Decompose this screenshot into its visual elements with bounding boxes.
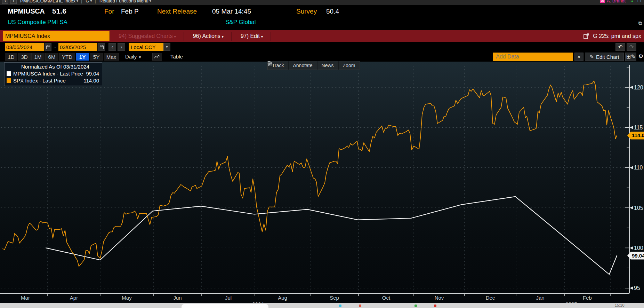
actions-menu[interactable]: 96) Actions▾: [193, 33, 224, 39]
edit-chart-button[interactable]: ✎Edit Chart: [585, 53, 624, 61]
end-date-input[interactable]: [58, 43, 97, 51]
user-name[interactable]: A. Brandt: [607, 0, 626, 3]
month-label: Sep: [330, 295, 339, 301]
y-axis-label: 115: [634, 125, 643, 131]
legend-label: SPX Index - Last Price: [13, 78, 66, 84]
y-axis-label: 110: [634, 165, 643, 171]
export-icon[interactable]: [583, 33, 589, 39]
survey-label: Survey: [296, 8, 317, 15]
related-functions-menu[interactable]: Related Functions Menu: [99, 0, 148, 3]
chevron-down-icon: ▾: [90, 0, 92, 3]
divider: [271, 32, 271, 41]
command-bar: 94) Suggested Charts▾ 96) Actions▾ 97) E…: [0, 30, 644, 42]
chart-settings-icon[interactable]: ⊞✎: [625, 53, 636, 61]
for-label: For: [104, 8, 114, 15]
month-label: Apr: [70, 295, 78, 301]
legend-item-pmi[interactable]: MPMIUSCA Index - Last Price 99.04: [7, 70, 99, 77]
price-chart[interactable]: MarAprMayJunJulAugSepOctNovDecJanFeb2024…: [0, 62, 644, 308]
prev-period-button[interactable]: ‹: [108, 43, 116, 51]
security-menu[interactable]: PMI\US\COM\ME\HE Index: [20, 0, 75, 3]
range-1y-selected[interactable]: 1Y: [76, 53, 89, 61]
separator: |: [95, 0, 96, 3]
taskbar-app-icon[interactable]: [339, 305, 341, 307]
annotate-button[interactable]: Annotate: [288, 61, 317, 70]
range-3d[interactable]: 3D: [18, 53, 31, 61]
separator: |: [81, 0, 82, 3]
month-label: Oct: [382, 295, 391, 301]
ticker: MPMIUSCA: [8, 7, 45, 15]
chevron-down-icon[interactable]: ▼: [163, 43, 170, 51]
month-label: May: [122, 295, 132, 301]
range-ytd[interactable]: YTD: [59, 53, 75, 61]
divider: [184, 32, 184, 41]
month-label: Nov: [435, 295, 444, 301]
spx-series-swatch: [7, 78, 11, 83]
range-toolbar: 1D 3D 1M 6M YTD 1Y 5Y Max Daily ▼ Table …: [0, 52, 644, 62]
message-envelope-icon[interactable]: ✉: [600, 0, 605, 3]
chart-area[interactable]: MarAprMayJunJulAugSepOctNovDecJanFeb2024…: [0, 62, 644, 308]
taskbar-edge: 15:10: [0, 303, 644, 308]
chevron-down-icon: ▾: [222, 35, 224, 39]
month-label: Jun: [173, 295, 182, 301]
popout-icon[interactable]: ⧉: [638, 20, 642, 26]
transfer-arrows-icon[interactable]: ⇅: [630, 0, 633, 3]
chart-background: [0, 62, 644, 308]
start-date-input[interactable]: [5, 43, 44, 51]
chevron-down-icon: ▾: [150, 0, 151, 3]
back-button[interactable]: ‹: [2, 0, 8, 4]
edit-menu[interactable]: 97) Edit▾: [241, 33, 263, 39]
taskbar-app-icon[interactable]: [414, 305, 417, 307]
range-5y[interactable]: 5Y: [90, 53, 103, 61]
security-description: US Composite PMI SA: [8, 19, 67, 26]
redo-button[interactable]: ↷: [627, 43, 636, 51]
security-header: MPMIUSCA 51.6 For Feb P Next Release 05 …: [0, 5, 644, 30]
zoom-button[interactable]: Zoom: [338, 61, 360, 70]
currency-select[interactable]: [129, 43, 163, 51]
add-data-input[interactable]: [493, 53, 573, 61]
forward-button[interactable]: ›: [10, 0, 17, 4]
chevron-down-icon: ▾: [174, 35, 176, 39]
news-button[interactable]: News: [317, 61, 338, 70]
chart-legend: Normalized As Of 03/31/2024 MPMIUSCA Ind…: [4, 62, 102, 86]
last-value: 51.6: [52, 7, 66, 15]
y-axis-label: 105: [634, 205, 643, 211]
panel-icon[interactable]: ❐: [637, 0, 641, 3]
suggested-charts-menu[interactable]: 94) Suggested Charts▾: [119, 33, 176, 39]
taskbar-window-pill[interactable]: [182, 304, 268, 308]
taskbar-app-icon[interactable]: [359, 305, 361, 307]
undo-button[interactable]: ↶: [615, 43, 625, 51]
calendar-icon[interactable]: [98, 43, 105, 51]
collapse-button[interactable]: «: [574, 53, 583, 61]
survey-value: 50.4: [326, 8, 339, 15]
chart-type-icon[interactable]: [152, 53, 162, 61]
taskbar-app-icon[interactable]: [434, 305, 436, 307]
calendar-icon[interactable]: [45, 43, 51, 51]
chart-tag[interactable]: G 225: pmi and spx: [593, 33, 641, 39]
range-1d[interactable]: 1D: [5, 53, 17, 61]
y-axis-label: 95: [634, 285, 640, 291]
legend-value: 114.00: [83, 78, 99, 84]
chart-tools: Track Annotate News Zoom: [267, 61, 360, 70]
range-1m[interactable]: 1M: [31, 53, 45, 61]
function-g-menu[interactable]: G: [86, 0, 89, 3]
range-max[interactable]: Max: [104, 53, 119, 61]
month-label: Feb: [583, 295, 592, 301]
table-button[interactable]: Table: [170, 53, 183, 61]
range-6m[interactable]: 6M: [45, 53, 58, 61]
bloomberg-terminal-window: ‹ › PMI\US\COM\ME\HE Index ▾ | G ▾ | Rel…: [0, 0, 644, 308]
period-value: Feb P: [121, 8, 139, 15]
last-value-tag-text: 114.00: [632, 132, 644, 138]
frequency-select[interactable]: Daily ▼: [125, 53, 142, 61]
legend-item-spx[interactable]: SPX Index - Last Price 114.00: [7, 77, 99, 84]
month-label: Jul: [225, 295, 232, 301]
legend-value: 99.04: [86, 71, 99, 77]
gear-icon[interactable]: ⚙: [638, 53, 644, 61]
y-axis-label: 100: [634, 245, 643, 251]
data-source: S&P Global: [225, 19, 256, 26]
month-label: Aug: [278, 295, 287, 301]
chevron-down-icon: ▼: [138, 55, 142, 59]
ticker-input[interactable]: [3, 31, 110, 41]
pmi-series-swatch: [7, 71, 11, 76]
legend-title: Normalized As Of 03/31/2024: [7, 64, 99, 70]
next-period-button[interactable]: ›: [118, 43, 125, 51]
